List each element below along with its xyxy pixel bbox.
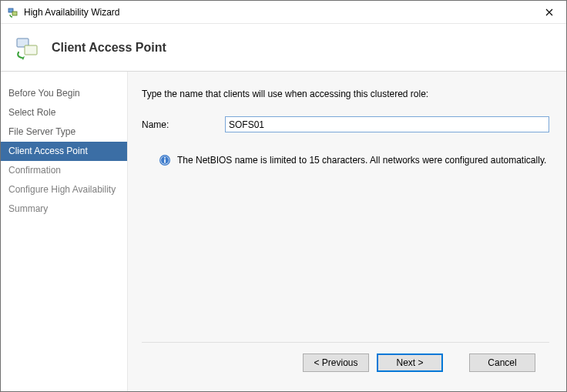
instruction-text: Type the name that clients will use when…: [142, 89, 549, 99]
info-icon: [159, 154, 171, 166]
app-icon: [7, 6, 19, 18]
wizard-window: High Availability Wizard Client Access P…: [0, 0, 567, 392]
wizard-step-title: Client Access Point: [52, 41, 166, 55]
content-pane: Type the name that clients will use when…: [127, 72, 566, 391]
wizard-header-icon: [15, 35, 41, 61]
button-bar: < Previous Next > Cancel: [142, 342, 549, 382]
next-button[interactable]: Next >: [377, 353, 443, 372]
name-row: Name:: [142, 116, 549, 132]
info-row: The NetBIOS name is limited to 15 charac…: [142, 154, 549, 166]
name-label: Name:: [142, 119, 211, 130]
step-confirmation: Confirmation: [1, 161, 127, 180]
name-input[interactable]: [225, 116, 549, 132]
window-title: High Availability Wizard: [19, 7, 532, 18]
step-file-server-type[interactable]: File Server Type: [1, 122, 127, 142]
svg-marker-4: [22, 56, 25, 60]
wizard-header: Client Access Point: [1, 24, 566, 72]
svg-rect-3: [25, 45, 37, 55]
close-icon: [545, 8, 553, 16]
previous-button[interactable]: < Previous: [303, 353, 369, 372]
svg-rect-8: [164, 159, 166, 163]
step-summary: Summary: [1, 199, 127, 219]
cancel-button[interactable]: Cancel: [469, 353, 535, 372]
info-text: The NetBIOS name is limited to 15 charac…: [177, 154, 546, 166]
close-button[interactable]: [532, 1, 566, 23]
wizard-body: Before You BeginSelect RoleFile Server T…: [1, 72, 566, 391]
step-configure-high-availability: Configure High Availability: [1, 180, 127, 199]
steps-sidebar: Before You BeginSelect RoleFile Server T…: [1, 72, 127, 391]
svg-rect-9: [164, 157, 166, 159]
step-client-access-point: Client Access Point: [1, 142, 127, 161]
svg-rect-1: [12, 12, 17, 15]
step-select-role[interactable]: Select Role: [1, 103, 127, 122]
step-before-you-begin[interactable]: Before You Begin: [1, 84, 127, 103]
titlebar: High Availability Wizard: [1, 1, 566, 24]
